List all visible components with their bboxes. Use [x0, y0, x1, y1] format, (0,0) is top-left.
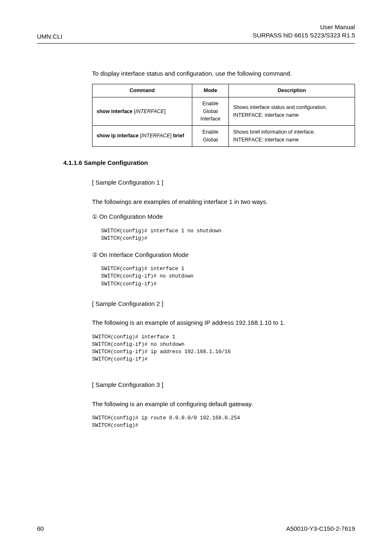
cmd-arg: INTERFACE	[135, 109, 164, 114]
page-header: UMN:CLI User Manual SURPASS hiD 6615 S22…	[37, 23, 355, 42]
footer-page-number: 60	[37, 525, 44, 532]
table-row: show interface [INTERFACE] Enable Global…	[92, 97, 355, 125]
th-description: Description	[229, 84, 355, 97]
cmd-cell: show interface [INTERFACE]	[92, 97, 192, 125]
sample3-label: [ Sample Configuration 3 ]	[92, 380, 355, 390]
code-line: SWITCH(config)# interface 1 no shutdown	[101, 227, 355, 235]
mode-line: Global	[196, 136, 224, 144]
header-right-line1: User Manual	[253, 23, 355, 31]
th-mode: Mode	[192, 84, 228, 97]
command-table: Command Mode Description show interface …	[92, 84, 355, 147]
sample1-desc: The followings are examples of enabling …	[92, 197, 355, 207]
intro-text: To display interface status and configur…	[92, 69, 355, 79]
desc-line: Shows interface status and configuration…	[233, 104, 350, 111]
mode-cell: Enable Global Interface	[192, 97, 228, 125]
desc-cell: Shows interface status and configuration…	[229, 97, 355, 125]
desc-line: INTERFACE: interface name	[233, 136, 350, 144]
code-line: SWITCH(config)# ip route 0.0.0.0/0 192.1…	[92, 414, 355, 422]
footer-doc-id: A50010-Y3-C150-2-7619	[286, 525, 355, 532]
code-block: SWITCH(config)# interface 1 SWITCH(confi…	[92, 265, 355, 287]
cmd-arg: INTERFACE	[141, 133, 170, 139]
cmd-cell: show ip interface [INTERFACE] brief	[92, 126, 192, 147]
sample1-bullet2: ② On Interface Configuration Mode	[92, 250, 355, 260]
subsection-title: 4.1.1.6 Sample Configuration	[63, 158, 355, 168]
code-line: SWITCH(config-if)# ip address 192.168.1.…	[92, 348, 355, 356]
sample1-label: [ Sample Configuration 1 ]	[92, 178, 355, 187]
table-row: show ip interface [INTERFACE] brief Enab…	[92, 126, 355, 147]
sample2-desc: The following is an example of assigning…	[92, 318, 355, 328]
header-right-line2: SURPASS hiD 6615 S223/S323 R1.5	[253, 31, 355, 39]
cmd-text: show interface	[97, 109, 134, 114]
header-left: UMN:CLI	[37, 33, 62, 40]
code-line: SWITCH(config)# interface 1	[92, 333, 355, 341]
page-footer: 60 A50010-Y3-C150-2-7619	[37, 525, 355, 532]
sample1-bullet1: ① On Configuration Mode	[92, 212, 355, 222]
code-line: SWITCH(config-if)# no shutdown	[101, 273, 355, 280]
code-line: SWITCH(config)# interface 1	[101, 265, 355, 273]
page-content: To display interface status and configur…	[37, 44, 355, 430]
desc-line: INTERFACE: interface name	[233, 111, 350, 119]
sample3-desc: The following is an example of configuri…	[92, 400, 355, 409]
cmd-text: brief	[171, 133, 184, 139]
mode-line: Interface	[196, 115, 224, 123]
code-line: SWITCH(config)#	[101, 235, 355, 242]
mode-cell: Enable Global	[192, 126, 228, 147]
table-header-row: Command Mode Description	[92, 84, 355, 97]
code-line: SWITCH(config-if)#	[92, 356, 355, 363]
desc-line: Shows brief information of interface.	[233, 128, 350, 136]
code-block: SWITCH(config)# interface 1 no shutdown …	[92, 227, 355, 242]
th-command: Command	[92, 84, 192, 97]
cmd-text: show ip interface	[97, 133, 140, 139]
code-line: SWITCH(config-if)# no shutdown	[92, 341, 355, 348]
mode-line: Global	[196, 108, 224, 116]
code-line: SWITCH(config-if)#	[101, 280, 355, 288]
mode-line: Enable	[196, 100, 224, 108]
header-right: User Manual SURPASS hiD 6615 S223/S323 R…	[253, 23, 355, 40]
bracket-close: ]	[164, 109, 165, 114]
code-block: SWITCH(config)# interface 1 SWITCH(confi…	[92, 333, 355, 363]
mode-line: Enable	[196, 128, 224, 136]
sample2-label: [ Sample Configuration 2 ]	[92, 299, 355, 309]
desc-cell: Shows brief information of interface. IN…	[229, 126, 355, 147]
code-line: SWITCH(config)#	[92, 422, 355, 429]
code-block: SWITCH(config)# ip route 0.0.0.0/0 192.1…	[92, 414, 355, 429]
